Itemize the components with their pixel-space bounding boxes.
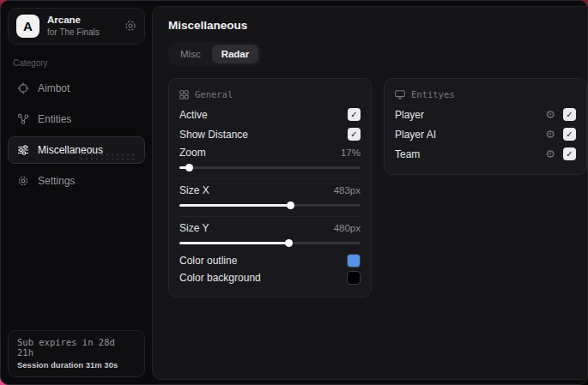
player-ai-settings-gear-icon[interactable]: ⚙ <box>545 129 555 140</box>
toggle-row-show-distance: Show Distance ✓ <box>179 124 361 144</box>
page-title: Miscellaneous <box>168 19 587 32</box>
sidebar-item-settings[interactable]: Settings <box>8 167 145 195</box>
size-y-slider[interactable] <box>179 238 361 247</box>
toggle-row-active: Active ✓ <box>179 105 361 124</box>
color-outline-row: Color outline <box>179 252 361 269</box>
entity-row-player-ai: Player AI ⚙ ✓ <box>395 124 576 144</box>
zoom-value: 17% <box>341 147 361 158</box>
general-panel-header: General <box>179 89 361 99</box>
team-checkbox[interactable]: ✓ <box>563 147 576 160</box>
zoom-slider-thumb[interactable] <box>185 164 193 171</box>
sidebar-item-miscellaneous[interactable]: Miscellaneous <box>8 136 145 164</box>
size-y-slider-thumb[interactable] <box>285 239 293 247</box>
team-settings-gear-icon[interactable]: ⚙ <box>545 148 555 159</box>
color-label: Color outline <box>179 255 237 267</box>
entity-row-player: Player ⚙ ✓ <box>395 105 576 124</box>
tab-bar: Misc Radar <box>168 42 261 66</box>
zoom-slider[interactable] <box>179 163 361 171</box>
grid-icon <box>179 90 189 99</box>
slider-label: Size X <box>179 184 209 196</box>
entities-panel: Entityes Player ⚙ ✓ Player AI ⚙ ✓ <box>384 78 587 175</box>
player-checkbox[interactable]: ✓ <box>563 108 576 121</box>
entities-icon <box>16 113 29 125</box>
subscription-card: Sub expires in 28d 21h Session duration … <box>8 330 145 377</box>
app-subtitle: for The Finals <box>47 27 117 38</box>
color-label: Color background <box>179 272 261 284</box>
sidebar-nav: Aimbot Entities Miscellaneous Settings <box>8 75 145 195</box>
show-distance-checkbox[interactable]: ✓ <box>348 128 361 141</box>
general-panel-title: General <box>195 89 233 99</box>
sidebar-item-entities[interactable]: Entities <box>8 105 145 133</box>
main-panel: Miscellaneous Misc Radar General Active … <box>152 6 588 380</box>
app-window: A Arcane for The Finals Category Aimbot <box>0 0 588 385</box>
sidebar-item-label: Aimbot <box>38 82 70 94</box>
sub-expires-text: Sub expires in 28d 21h <box>17 337 136 358</box>
color-background-swatch[interactable] <box>347 271 361 285</box>
monitor-icon <box>395 90 405 99</box>
sliders-icon <box>16 144 29 156</box>
sidebar-item-label: Settings <box>38 175 75 187</box>
entity-label: Team <box>395 148 420 160</box>
size-y-slider-group: Size Y 480px <box>179 216 361 252</box>
player-ai-checkbox[interactable]: ✓ <box>563 128 576 141</box>
sidebar-item-aimbot[interactable]: Aimbot <box>8 75 145 102</box>
color-outline-swatch[interactable] <box>347 254 361 268</box>
size-x-slider-thumb[interactable] <box>287 202 294 209</box>
entities-panel-header: Entityes <box>395 89 576 99</box>
color-background-row: Color background <box>179 269 361 286</box>
entity-row-team: Team ⚙ ✓ <box>395 144 576 164</box>
size-x-slider-group: Size X 483px <box>179 178 361 214</box>
session-duration-text: Session duration 31m 30s <box>17 360 136 370</box>
sidebar: A Arcane for The Finals Category Aimbot <box>1 1 152 384</box>
tab-radar[interactable]: Radar <box>212 45 259 63</box>
crosshair-icon <box>16 82 29 94</box>
content-area: General Active ✓ Show Distance ✓ Zoom 17… <box>168 78 587 298</box>
app-logo-avatar: A <box>16 15 39 38</box>
size-y-value: 480px <box>334 223 361 233</box>
logo-gear-icon[interactable] <box>124 20 136 33</box>
logo-text: Arcane for The Finals <box>47 15 117 38</box>
sidebar-item-label: Entities <box>38 113 71 125</box>
logo-card: A Arcane for The Finals <box>8 8 145 45</box>
entity-label: Player <box>395 109 424 121</box>
category-label: Category <box>13 58 140 68</box>
general-panel: General Active ✓ Show Distance ✓ Zoom 17… <box>168 78 372 298</box>
entities-panel-title: Entityes <box>411 89 455 99</box>
player-settings-gear-icon[interactable]: ⚙ <box>545 109 555 120</box>
slider-label: Zoom <box>179 147 206 159</box>
active-checkbox[interactable]: ✓ <box>348 108 361 121</box>
size-x-slider[interactable] <box>179 201 361 209</box>
toggle-label: Active <box>179 109 208 121</box>
size-x-value: 483px <box>334 185 361 196</box>
selected-item-dots-texture <box>79 153 136 160</box>
gear-icon <box>16 175 29 187</box>
entity-label: Player AI <box>395 129 436 141</box>
tab-misc[interactable]: Misc <box>171 45 210 63</box>
zoom-slider-group: Zoom 17% <box>179 144 361 177</box>
slider-label: Size Y <box>179 222 209 234</box>
toggle-label: Show Distance <box>179 129 248 141</box>
app-title: Arcane <box>47 15 117 27</box>
